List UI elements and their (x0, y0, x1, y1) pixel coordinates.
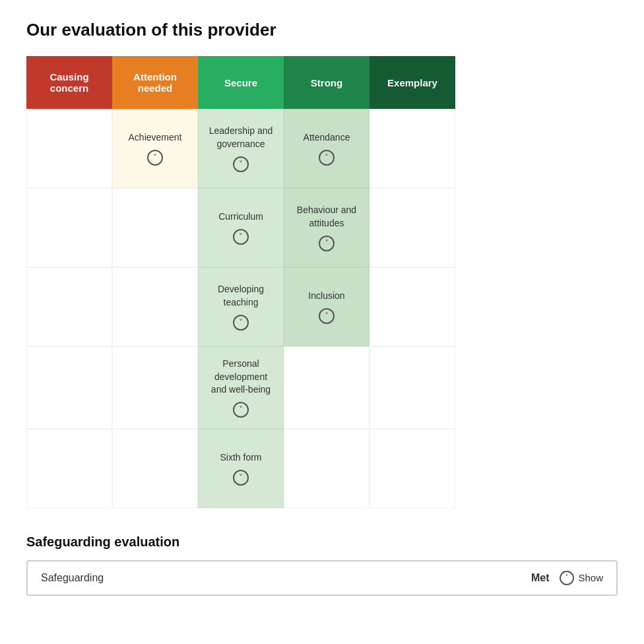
empty-cell (284, 429, 370, 508)
evaluation-grid: Causing concern Attention needed Secure … (26, 56, 618, 508)
empty-cell (370, 346, 455, 429)
header-strong: Strong (284, 56, 370, 109)
empty-cell (26, 429, 112, 508)
attendance-expand-button[interactable]: ˅ (319, 150, 335, 166)
header-exemplary: Exemplary (370, 56, 455, 109)
achievement-expand-button[interactable]: ˅ (147, 150, 163, 166)
safeguarding-title: Safeguarding evaluation (26, 534, 618, 550)
page-title: Our evaluation of this provider (26, 20, 618, 40)
safeguarding-chevron-icon: ˅ (560, 571, 574, 585)
sixth-form-expand-button[interactable]: ˅ (233, 470, 249, 486)
inclusion-cell: Inclusion ˅ (284, 267, 370, 346)
personal-development-cell: Personal development and well-being ˅ (198, 346, 284, 429)
empty-cell (284, 346, 370, 429)
header-attention: Attention needed (112, 56, 198, 109)
empty-cell (26, 346, 112, 429)
sixth-form-cell: Sixth form ˅ (198, 429, 284, 508)
safeguarding-row: Safeguarding Met ˅ Show (26, 560, 618, 596)
header-causing: Causing concern (26, 56, 112, 109)
behaviour-expand-button[interactable]: ˅ (319, 236, 335, 251)
curriculum-cell: Curriculum ˅ (198, 188, 284, 267)
empty-cell (26, 109, 112, 188)
leadership-expand-button[interactable]: ˅ (233, 156, 249, 172)
leadership-cell: Leadership and governance ˅ (198, 109, 284, 188)
empty-cell (370, 267, 455, 346)
empty-cell (26, 188, 112, 267)
empty-cell (26, 267, 112, 346)
empty-cell (112, 188, 198, 267)
safeguarding-label: Safeguarding (41, 572, 531, 584)
developing-teaching-cell: Developing teaching ˅ (198, 267, 284, 346)
empty-cell (112, 346, 198, 429)
empty-cell (112, 267, 198, 346)
behaviour-cell: Behaviour and attitudes ˅ (284, 188, 370, 267)
attendance-cell: Attendance ˅ (284, 109, 370, 188)
header-secure: Secure (198, 56, 284, 109)
empty-cell (370, 188, 455, 267)
show-label: Show (578, 572, 603, 583)
empty-cell (112, 429, 198, 508)
personal-development-expand-button[interactable]: ˅ (233, 402, 249, 418)
curriculum-expand-button[interactable]: ˅ (233, 229, 249, 245)
safeguarding-show-button[interactable]: ˅ Show (560, 571, 603, 585)
safeguarding-section: Safeguarding evaluation Safeguarding Met… (26, 534, 618, 596)
achievement-cell: Achievement ˅ (112, 109, 198, 188)
empty-cell (370, 429, 455, 508)
inclusion-expand-button[interactable]: ˅ (319, 308, 335, 324)
safeguarding-status: Met (531, 572, 550, 584)
developing-teaching-expand-button[interactable]: ˅ (233, 315, 249, 331)
empty-cell (370, 109, 455, 188)
